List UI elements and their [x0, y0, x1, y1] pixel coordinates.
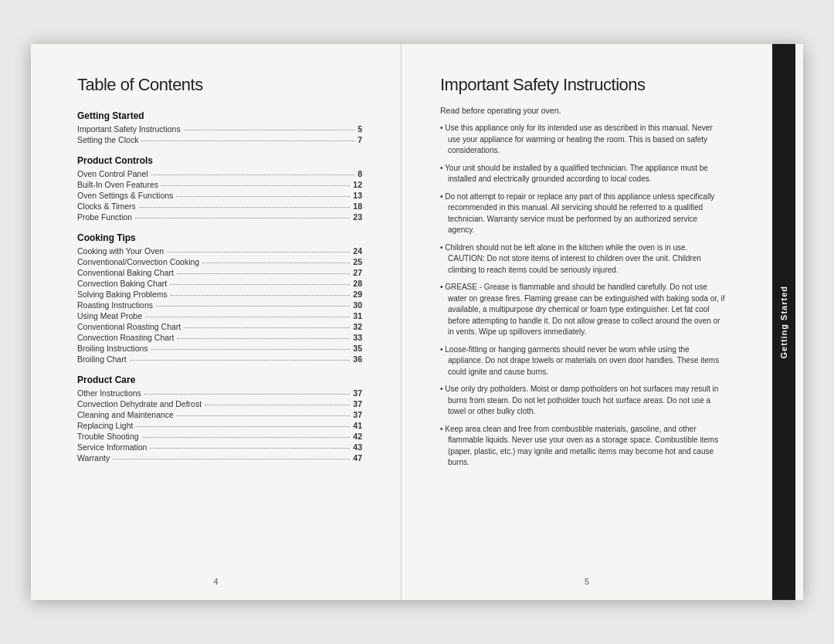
toc-item: Service Information43 — [77, 442, 362, 452]
toc-dots — [184, 130, 355, 130]
toc-container: Getting StartedImportant Safety Instruct… — [77, 110, 362, 463]
toc-item: Setting the Clock7 — [77, 135, 362, 144]
toc-item-label: Replacing Light — [77, 421, 133, 430]
toc-item: Oven Settings & Functions13 — [77, 191, 362, 200]
toc-page-number: 12 — [353, 180, 362, 189]
toc-item-label: Solving Baking Problems — [77, 290, 168, 299]
toc-page-number: 37 — [353, 410, 362, 419]
toc-dots — [113, 459, 350, 459]
safety-bullet: Keep area clean and free from combustibl… — [440, 424, 726, 469]
toc-page-number: 43 — [353, 442, 362, 452]
toc-page-number: 41 — [353, 421, 362, 430]
toc-dots — [130, 360, 351, 361]
toc-page-number: 42 — [353, 432, 362, 441]
toc-page-number: 23 — [353, 212, 362, 222]
safety-bullets-container: Use this appliance only for its intended… — [440, 123, 726, 469]
toc-item-label: Broiling Instructions — [77, 344, 148, 353]
toc-item: Cleaning and Maintenance37 — [77, 410, 362, 419]
toc-page-number: 47 — [353, 453, 362, 463]
toc-page-number: 7 — [358, 135, 362, 144]
toc-dots — [139, 207, 350, 208]
toc-item: Convection Dehydrate and Defrost37 — [77, 399, 362, 408]
toc-page-number: 29 — [353, 290, 362, 299]
safety-bullet: Do not attempt to repair or replace any … — [440, 192, 726, 236]
toc-page-number: 24 — [353, 246, 362, 256]
toc-item: Warranty47 — [77, 453, 362, 463]
toc-item-label: Conventional Baking Chart — [77, 268, 174, 277]
toc-dots — [171, 295, 351, 296]
toc-item-label: Setting the Clock — [77, 135, 138, 144]
toc-item-label: Cooking with Your Oven — [77, 246, 164, 256]
toc-page-number: 37 — [353, 399, 362, 408]
toc-item-label: Roasting Instructions — [77, 300, 153, 310]
toc-item: Trouble Shooting42 — [77, 432, 362, 441]
side-tab-label: Getting Started — [779, 286, 788, 358]
toc-dots — [205, 405, 350, 405]
left-page-title: Table of Contents — [77, 75, 362, 95]
toc-item: Other Instructions37 — [77, 388, 362, 398]
toc-item-label: Trouble Shooting — [77, 432, 139, 441]
toc-page-number: 25 — [353, 257, 362, 266]
toc-dots — [170, 284, 350, 285]
toc-item-label: Convection Roasting Chart — [77, 333, 174, 342]
toc-item: Cooking with Your Oven24 — [77, 246, 362, 256]
toc-page-number: 32 — [353, 322, 362, 331]
toc-item-label: Convection Baking Chart — [77, 279, 167, 288]
toc-item-label: Oven Control Panel — [77, 169, 148, 178]
safety-bullet: GREASE - Grease is flammable and should … — [440, 282, 726, 338]
toc-item: Probe Function23 — [77, 212, 362, 222]
toc-item: Clocks & Timers18 — [77, 202, 362, 211]
toc-dots — [202, 263, 350, 263]
left-page: Table of Contents Getting StartedImporta… — [31, 44, 402, 600]
toc-dots — [161, 185, 350, 186]
right-page: Getting Started Important Safety Instruc… — [402, 44, 772, 600]
toc-item-label: Oven Settings & Functions — [77, 191, 173, 200]
toc-item: Roasting Instructions30 — [77, 300, 362, 310]
toc-page-number: 33 — [353, 333, 362, 342]
toc-dots — [177, 338, 350, 339]
toc-dots — [184, 327, 350, 328]
toc-item-label: Conventional Roasting Chart — [77, 322, 181, 331]
toc-dots — [151, 175, 355, 175]
toc-section-header: Getting Started — [77, 110, 362, 121]
toc-page-number: 28 — [353, 279, 362, 288]
safety-bullet: Your unit should be installed by a quali… — [440, 163, 726, 185]
toc-item: Convection Baking Chart28 — [77, 279, 362, 288]
toc-item-label: Warranty — [77, 453, 110, 463]
toc-item: Conventional Baking Chart27 — [77, 268, 362, 277]
safety-bullet: Use only dry potholders. Moist or damp p… — [440, 384, 726, 418]
safety-bullet: Loose-fitting or hanging garments should… — [440, 344, 726, 378]
toc-section-header: Product Care — [77, 375, 362, 385]
toc-dots — [135, 218, 350, 219]
toc-page-number: 37 — [353, 388, 362, 398]
book-spread: Table of Contents Getting StartedImporta… — [31, 44, 803, 600]
toc-dots — [145, 317, 350, 317]
left-page-number: 4 — [213, 577, 218, 586]
toc-item-label: Using Meat Probe — [77, 311, 142, 320]
toc-dots — [142, 437, 351, 438]
toc-dots — [136, 426, 350, 427]
toc-item: Oven Control Panel8 — [77, 169, 362, 178]
toc-item-label: Probe Function — [77, 212, 132, 222]
toc-item: Conventional Roasting Chart32 — [77, 322, 362, 331]
toc-dots — [156, 306, 350, 307]
toc-page-number: 13 — [353, 191, 362, 200]
toc-item-label: Service Information — [77, 442, 147, 452]
toc-item: Broiling Instructions35 — [77, 344, 362, 353]
toc-dots — [177, 415, 350, 416]
toc-dots — [144, 394, 350, 395]
toc-item: Important Safety Instructions5 — [77, 124, 362, 134]
safety-bullet: Use this appliance only for its intended… — [440, 123, 726, 157]
toc-item-label: Clocks & Timers — [77, 202, 136, 211]
toc-item-label: Cleaning and Maintenance — [77, 410, 174, 419]
toc-page-number: 8 — [358, 169, 362, 178]
toc-dots — [176, 196, 350, 197]
toc-dots — [150, 448, 350, 449]
toc-page-number: 30 — [353, 300, 362, 310]
toc-section-header: Cooking Tips — [77, 232, 362, 243]
toc-item: Broiling Chart36 — [77, 354, 362, 364]
right-page-title: Important Safety Instructions — [440, 75, 726, 95]
toc-page-number: 27 — [353, 268, 362, 277]
toc-section-header: Product Controls — [77, 155, 362, 166]
getting-started-tab: Getting Started — [772, 44, 795, 600]
